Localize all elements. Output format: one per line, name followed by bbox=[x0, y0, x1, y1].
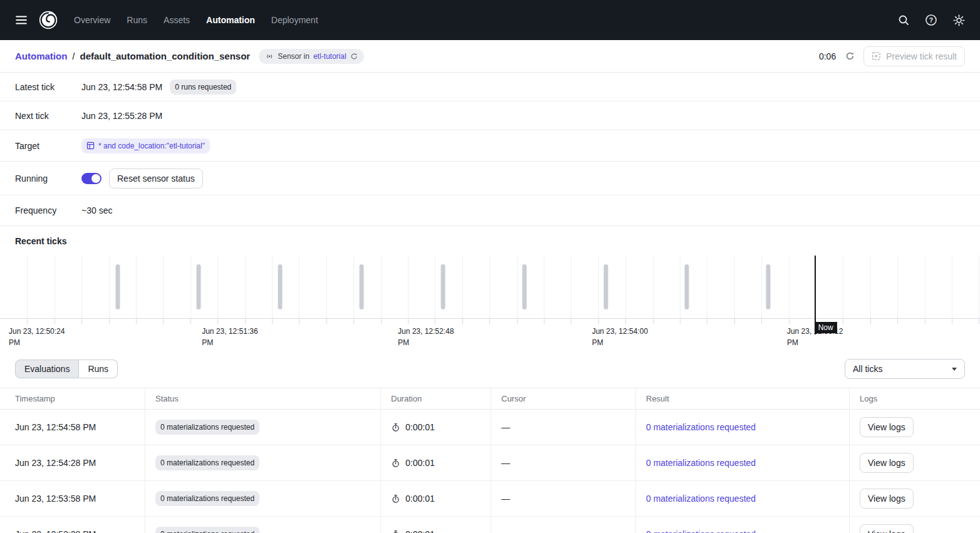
reset-sensor-status-button[interactable]: Reset sensor status bbox=[109, 168, 203, 189]
axis-label: Jun 23, 12:54:00PM bbox=[592, 326, 648, 348]
gridline bbox=[299, 256, 300, 318]
duration-value: 0:00:01 bbox=[405, 458, 435, 468]
result-link[interactable]: 0 materializations requested bbox=[646, 422, 756, 432]
refresh-icon bbox=[350, 53, 358, 60]
tick-bar[interactable] bbox=[440, 264, 445, 309]
axis-tick bbox=[462, 319, 463, 324]
axis-tick bbox=[870, 319, 871, 324]
code-location-link[interactable]: etl-tutorial bbox=[313, 52, 347, 61]
view-tabs: Evaluations Runs bbox=[15, 360, 118, 378]
target-selection-chip[interactable]: * and code_location:"etl-tutorial" bbox=[81, 138, 210, 153]
gridline bbox=[245, 256, 246, 318]
nav-item-automation[interactable]: Automation bbox=[206, 15, 255, 25]
gridline bbox=[381, 256, 382, 318]
tick-bar[interactable] bbox=[523, 264, 527, 309]
table-grid-icon bbox=[86, 142, 95, 150]
axis-tick bbox=[217, 319, 218, 324]
axis-tick bbox=[272, 319, 273, 324]
axis-tick bbox=[489, 319, 490, 324]
nav-item-assets[interactable]: Assets bbox=[164, 15, 190, 25]
cell-cursor: — bbox=[501, 494, 510, 504]
detail-row-next-tick: Next tick Jun 23, 12:55:28 PM bbox=[0, 101, 980, 130]
duration-value: 0:00:01 bbox=[405, 529, 435, 533]
table-row: Jun 23, 12:53:28 PM 0 materializations r… bbox=[0, 517, 980, 533]
axis-tick bbox=[435, 319, 435, 324]
running-toggle[interactable] bbox=[81, 173, 102, 184]
tick-bar[interactable] bbox=[603, 264, 608, 309]
axis-label: Jun 23, 12:51:36PM bbox=[202, 326, 258, 348]
view-logs-button[interactable]: View logs bbox=[860, 453, 914, 473]
stopwatch-icon bbox=[391, 458, 400, 468]
gridline bbox=[190, 256, 191, 318]
axis-tick bbox=[517, 319, 518, 324]
svg-text:?: ? bbox=[929, 16, 933, 24]
refresh-button[interactable] bbox=[842, 49, 857, 64]
result-link[interactable]: 0 materializations requested bbox=[646, 458, 756, 468]
axis-tick bbox=[761, 319, 762, 324]
table-row: Jun 23, 12:53:58 PM 0 materializations r… bbox=[0, 481, 980, 517]
column-header-result: Result bbox=[635, 388, 849, 409]
detail-row-latest-tick: Latest tick Jun 23, 12:54:58 PM 0 runs r… bbox=[0, 73, 980, 101]
view-logs-button[interactable]: View logs bbox=[860, 524, 914, 533]
axis-tick bbox=[326, 319, 327, 324]
tick-bar[interactable] bbox=[197, 264, 201, 309]
table-row: Jun 23, 12:54:58 PM 0 materializations r… bbox=[0, 410, 980, 445]
tick-bar[interactable] bbox=[766, 264, 771, 309]
tab-evaluations[interactable]: Evaluations bbox=[15, 360, 79, 378]
gridline bbox=[625, 256, 626, 318]
gridline bbox=[517, 256, 518, 318]
dagster-logo[interactable] bbox=[38, 9, 59, 31]
axis-tick bbox=[163, 319, 164, 324]
gridline bbox=[952, 256, 952, 318]
cell-timestamp: Jun 23, 12:53:28 PM bbox=[15, 529, 96, 533]
column-header-logs: Logs bbox=[849, 388, 980, 409]
now-marker-label: Now bbox=[815, 322, 837, 333]
preview-tick-result-button[interactable]: Preview tick result bbox=[863, 46, 965, 66]
stopwatch-icon bbox=[391, 530, 400, 533]
cell-timestamp: Jun 23, 12:54:28 PM bbox=[15, 458, 96, 468]
gridline bbox=[925, 256, 925, 318]
tick-bar[interactable] bbox=[115, 264, 120, 309]
tick-bar[interactable] bbox=[278, 264, 282, 309]
detail-row-running: Running Reset sensor status bbox=[0, 162, 980, 195]
ticks-filter-dropdown[interactable]: All ticks bbox=[845, 359, 965, 379]
result-link[interactable]: 0 materializations requested bbox=[646, 494, 756, 504]
table-header: TimestampStatusDurationCursorResultLogs bbox=[0, 388, 980, 410]
next-tick-label: Next tick bbox=[15, 111, 81, 121]
axis-tick bbox=[571, 319, 571, 324]
tab-runs[interactable]: Runs bbox=[79, 360, 118, 378]
search-button[interactable] bbox=[894, 10, 914, 30]
breadcrumb-automation-link[interactable]: Automation bbox=[15, 51, 67, 61]
tick-bar[interactable] bbox=[359, 264, 363, 309]
gear-icon bbox=[952, 14, 966, 27]
sensor-badge-label: Sensor in bbox=[278, 52, 310, 61]
view-logs-button[interactable]: View logs bbox=[860, 489, 914, 509]
cell-timestamp: Jun 23, 12:54:58 PM bbox=[15, 422, 96, 432]
gridline bbox=[653, 256, 654, 318]
axis-tick bbox=[27, 319, 28, 324]
nav-item-overview[interactable]: Overview bbox=[74, 15, 110, 25]
gridline bbox=[544, 256, 545, 318]
latest-tick-value: Jun 23, 12:54:58 PM bbox=[81, 82, 162, 92]
gridline bbox=[462, 256, 463, 318]
status-badge: 0 materializations requested bbox=[155, 455, 259, 470]
settings-button[interactable] bbox=[949, 10, 969, 30]
result-link[interactable]: 0 materializations requested bbox=[646, 529, 756, 533]
running-label: Running bbox=[15, 173, 81, 184]
nav-right: ? bbox=[894, 10, 969, 30]
view-logs-button[interactable]: View logs bbox=[860, 417, 914, 437]
gridline bbox=[27, 256, 28, 318]
nav-item-deployment[interactable]: Deployment bbox=[271, 15, 318, 25]
tick-bar[interactable] bbox=[685, 264, 689, 309]
gridline bbox=[217, 256, 218, 318]
stopwatch-icon bbox=[391, 494, 400, 504]
axis-tick bbox=[544, 319, 545, 324]
breadcrumb-row: Automation / default_automation_conditio… bbox=[0, 40, 980, 73]
table-row: Jun 23, 12:54:28 PM 0 materializations r… bbox=[0, 445, 980, 481]
gridline bbox=[979, 256, 979, 318]
axis-tick bbox=[55, 319, 55, 324]
gridline bbox=[707, 256, 707, 318]
menu-button[interactable] bbox=[11, 10, 31, 30]
nav-item-runs[interactable]: Runs bbox=[127, 15, 147, 25]
help-button[interactable]: ? bbox=[921, 10, 941, 30]
